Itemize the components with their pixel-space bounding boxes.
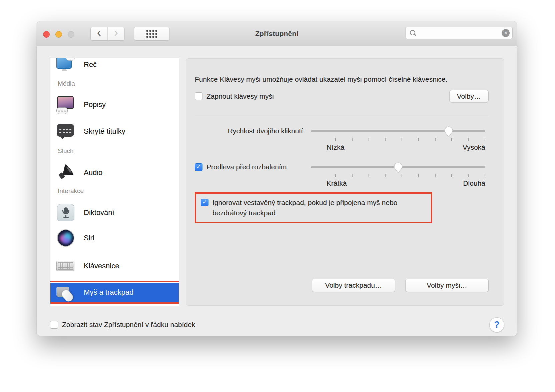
search-field[interactable]: ✕ (405, 27, 513, 39)
sidebar-item-skryte-titulky[interactable]: Skryté titulky (50, 119, 179, 144)
minimize-button[interactable] (55, 31, 62, 38)
search-icon (410, 30, 416, 36)
footer-bar: Zobrazit stav Zpřístupnění v řádku nabíd… (50, 317, 504, 333)
double-click-speed-label: Rychlost dvojího kliknutí: (228, 127, 305, 135)
show-accessibility-status-label: Zobrazit stav Zpřístupnění v řádku nabíd… (62, 321, 195, 329)
back-button[interactable]: ‹ (90, 27, 108, 41)
spring-delay-label: Prodleva před rozbalením: (206, 163, 289, 171)
annotation-box-ignore-trackpad: ✓ Ignorovat vestavěný trackpad, pokud je… (195, 192, 432, 223)
slider-ticks (335, 138, 485, 141)
checkmark-icon: ✓ (195, 163, 202, 170)
mouse-options-button[interactable]: Volby myši… (405, 279, 489, 292)
slider-thumb[interactable] (394, 162, 403, 173)
spring-delay-min-label: Krátká (327, 179, 347, 187)
siri-orb-icon (56, 228, 76, 248)
slider-track[interactable] (311, 130, 485, 132)
separator-line (195, 117, 489, 117)
sidebar-item-rec[interactable]: Reč (50, 58, 179, 77)
double-click-speed-slider[interactable] (311, 124, 485, 138)
sidebar-item-popisy[interactable]: Popisy (50, 92, 179, 117)
sidebar-header-media: Média (58, 79, 179, 89)
traffic-lights (43, 31, 74, 38)
sidebar-header-interakce: Interakce (58, 186, 179, 196)
sidebar-item-diktovani[interactable]: Diktování (50, 200, 179, 225)
enable-mouse-keys-checkbox[interactable] (195, 92, 202, 100)
spring-delay-row: ✓ Prodleva před rozbalením: (195, 160, 489, 187)
forward-button[interactable]: › (107, 27, 125, 41)
spring-delay-slider[interactable] (311, 160, 485, 174)
double-click-speed-row: Rychlost dvojího kliknutí: (195, 124, 489, 151)
spring-delay-max-label: Dlouhá (463, 179, 485, 187)
close-button[interactable] (43, 31, 50, 38)
clear-search-icon[interactable]: ✕ (502, 29, 510, 37)
forward-chevron-icon: › (114, 27, 118, 41)
show-all-button[interactable] (134, 27, 170, 41)
descriptions-monitor-icon (56, 95, 76, 115)
captions-bubble-icon (56, 121, 76, 141)
options-buttons-row: Volby trackpadu… Volby myši… (195, 279, 489, 292)
title-bar: Zpřístupnění ‹ › ✕ (37, 21, 517, 46)
sidebar: Reč Média Popisy Skryté titulky Sluch (50, 58, 179, 306)
mouse-trackpad-icon (56, 285, 76, 305)
help-button[interactable]: ? (489, 317, 504, 332)
sidebar-item-siri[interactable]: Siri (50, 225, 179, 251)
speech-monitor-icon (56, 58, 76, 75)
screenshot-stage: Zpřístupnění ‹ › ✕ (0, 0, 555, 392)
slider-ticks (335, 174, 485, 177)
speaker-icon (56, 163, 76, 183)
show-accessibility-status-checkbox[interactable] (50, 321, 58, 329)
grid-icon (146, 30, 157, 38)
trackpad-options-button[interactable]: Volby trackpadu… (312, 279, 395, 292)
ignore-trackpad-checkbox[interactable]: ✓ (201, 199, 208, 206)
spring-delay-checkbox[interactable]: ✓ (195, 163, 202, 171)
system-preferences-window: Zpřístupnění ‹ › ✕ (37, 21, 517, 336)
back-chevron-icon: ‹ (97, 27, 101, 41)
checkmark-icon: ✓ (201, 199, 208, 206)
question-mark-icon: ? (494, 320, 500, 330)
sidebar-item-klavesnice[interactable]: Klávesnice (50, 253, 179, 279)
mouse-keys-description: Funkce Klávesy myši umožňuje ovládat uka… (195, 74, 462, 85)
sidebar-item-audio[interactable]: Audio (50, 160, 179, 185)
double-click-min-label: Nízká (327, 143, 345, 151)
enable-mouse-keys-label: Zapnout klávesy myši (206, 92, 274, 100)
zoom-button-disabled[interactable] (68, 31, 74, 38)
sidebar-header-sluch: Sluch (58, 146, 179, 156)
keyboard-icon (56, 256, 76, 276)
ignore-trackpad-label: Ignorovat vestavěný trackpad, pokud je p… (212, 197, 426, 218)
slider-thumb[interactable] (444, 126, 453, 137)
search-input[interactable] (416, 29, 502, 37)
mouse-keys-options-button[interactable]: Volby… (449, 90, 489, 102)
double-click-max-label: Vysoká (463, 143, 485, 151)
mouse-keys-row: Zapnout klávesy myši Volby… (195, 90, 489, 102)
microphone-icon (56, 203, 76, 223)
sidebar-item-mys-a-trackpad[interactable]: Myš a trackpad (50, 283, 179, 302)
main-panel: Funkce Klávesy myši umožňuje ovládat uka… (186, 58, 504, 306)
